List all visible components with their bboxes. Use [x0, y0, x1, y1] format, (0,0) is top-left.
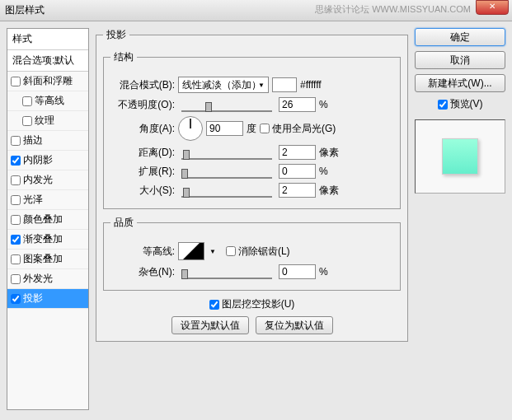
style-checkbox[interactable] [11, 195, 21, 205]
blend-options-default[interactable]: 混合选项:默认 [7, 50, 88, 72]
style-checkbox[interactable] [11, 136, 21, 146]
structure-fieldset: 结构 混合模式(B): 线性减淡（添加） #ffffff 不透明度(O): % … [103, 50, 401, 209]
color-swatch[interactable] [272, 77, 297, 92]
style-item[interactable]: 投影 [7, 289, 88, 309]
noise-unit: % [319, 266, 328, 278]
size-label: 大小(S): [110, 184, 175, 198]
distance-unit: 像素 [319, 146, 339, 160]
opacity-slider[interactable] [181, 97, 272, 112]
style-label: 图案叠加 [23, 252, 63, 266]
style-checkbox[interactable] [11, 215, 21, 225]
preview-checkbox[interactable]: 预览(V) [415, 97, 505, 111]
style-checkbox[interactable] [11, 156, 21, 166]
watermark: 思缘设计论坛 WWW.MISSYUAN.COM [315, 3, 471, 16]
style-item[interactable]: 图案叠加 [7, 250, 88, 269]
style-label: 投影 [23, 292, 43, 306]
style-label: 斜面和浮雕 [23, 74, 73, 88]
preview-thumbnail [442, 138, 478, 175]
style-label: 外发光 [23, 272, 53, 286]
style-checkbox[interactable] [11, 175, 21, 185]
angle-input[interactable] [206, 121, 243, 136]
set-default-button[interactable]: 设置为默认值 [171, 316, 249, 334]
style-item[interactable]: 内发光 [7, 170, 88, 190]
ok-button[interactable]: 确定 [415, 28, 505, 46]
contour-label: 等高线: [110, 245, 175, 259]
titlebar: 图层样式 思缘设计论坛 WWW.MISSYUAN.COM ✕ [0, 0, 512, 21]
style-label: 内发光 [23, 173, 53, 187]
quality-legend: 品质 [110, 216, 137, 230]
preview-box [415, 119, 505, 194]
style-checkbox[interactable] [11, 77, 21, 86]
style-label: 等高线 [35, 94, 64, 108]
spread-label: 扩展(R): [110, 165, 175, 179]
noise-slider[interactable] [181, 264, 272, 279]
noise-input[interactable] [279, 264, 316, 279]
style-checkbox[interactable] [22, 116, 32, 126]
angle-label: 角度(A): [110, 122, 175, 136]
style-checkbox[interactable] [11, 235, 21, 245]
anti-alias-checkbox[interactable]: 消除锯齿(L) [226, 245, 290, 259]
style-label: 渐变叠加 [23, 232, 63, 246]
style-item[interactable]: 颜色叠加 [7, 210, 88, 230]
spread-input[interactable] [279, 164, 316, 179]
style-label: 描边 [23, 133, 43, 147]
angle-unit: 度 [247, 122, 256, 136]
style-label: 纹理 [35, 114, 54, 128]
blend-mode-label: 混合模式(B): [110, 78, 175, 92]
reset-default-button[interactable]: 复位为默认值 [256, 316, 333, 334]
size-unit: 像素 [319, 184, 339, 198]
drop-shadow-legend: 投影 [103, 28, 129, 42]
style-item[interactable]: 渐变叠加 [7, 230, 88, 250]
style-item[interactable]: 内阴影 [7, 151, 88, 170]
knockout-checkbox[interactable]: 图层挖空投影(U) [209, 297, 295, 311]
blend-mode-dropdown[interactable]: 线性减淡（添加） [178, 77, 269, 93]
new-style-button[interactable]: 新建样式(W)... [415, 74, 505, 92]
cancel-button[interactable]: 取消 [415, 51, 505, 69]
opacity-label: 不透明度(O): [110, 98, 175, 112]
styles-header: 样式 [7, 29, 88, 50]
global-light-checkbox[interactable]: 使用全局光(G) [260, 122, 336, 136]
style-checkbox[interactable] [22, 96, 32, 106]
style-item[interactable]: 纹理 [7, 111, 88, 131]
opacity-unit: % [319, 99, 328, 110]
size-input[interactable] [279, 183, 316, 198]
dialog-content: 样式 混合选项:默认 斜面和浮雕等高线纹理描边内阴影内发光光泽颜色叠加渐变叠加图… [0, 21, 512, 417]
style-checkbox[interactable] [11, 274, 21, 284]
spread-slider[interactable] [181, 164, 272, 179]
style-label: 颜色叠加 [23, 212, 63, 226]
distance-label: 距离(D): [110, 146, 175, 160]
distance-input[interactable] [279, 145, 316, 160]
contour-picker[interactable] [178, 242, 204, 260]
size-slider[interactable] [181, 183, 272, 198]
style-item[interactable]: 描边 [7, 131, 88, 151]
opacity-input[interactable] [279, 97, 316, 112]
chevron-down-icon[interactable]: ▼ [209, 248, 216, 255]
styles-panel: 样式 混合选项:默认 斜面和浮雕等高线纹理描边内阴影内发光光泽颜色叠加渐变叠加图… [7, 28, 89, 410]
distance-slider[interactable] [181, 145, 272, 160]
style-item[interactable]: 等高线 [7, 91, 88, 111]
style-checkbox[interactable] [11, 254, 21, 264]
style-item[interactable]: 光泽 [7, 190, 88, 210]
close-icon[interactable]: ✕ [476, 0, 509, 15]
noise-label: 杂色(N): [110, 265, 175, 279]
settings-panel: 投影 结构 混合模式(B): 线性减淡（添加） #ffffff 不透明度(O):… [96, 28, 408, 410]
quality-fieldset: 品质 等高线: ▼ 消除锯齿(L) 杂色(N): % [103, 216, 401, 291]
structure-legend: 结构 [110, 50, 137, 64]
style-label: 光泽 [23, 193, 43, 207]
style-label: 内阴影 [23, 153, 53, 167]
style-item[interactable]: 外发光 [7, 269, 88, 289]
color-hex: #ffffff [300, 79, 322, 91]
style-item[interactable]: 斜面和浮雕 [7, 72, 88, 91]
spread-unit: % [319, 166, 328, 177]
angle-dial[interactable] [178, 116, 203, 141]
style-list: 斜面和浮雕等高线纹理描边内阴影内发光光泽颜色叠加渐变叠加图案叠加外发光投影 [7, 72, 88, 309]
action-panel: 确定 取消 新建样式(W)... 预览(V) [415, 28, 505, 410]
style-checkbox[interactable] [11, 294, 21, 304]
drop-shadow-fieldset: 投影 结构 混合模式(B): 线性减淡（添加） #ffffff 不透明度(O):… [96, 28, 408, 342]
